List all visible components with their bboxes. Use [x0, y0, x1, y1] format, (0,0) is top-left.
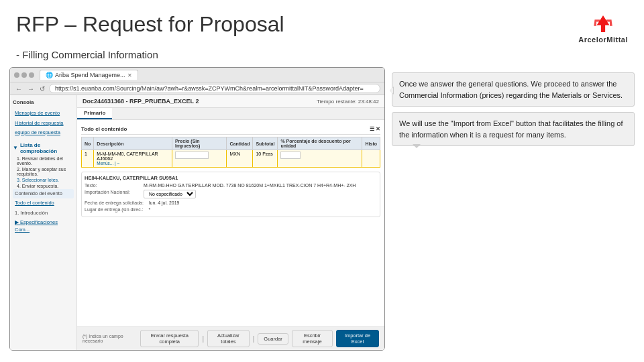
cell-price[interactable] — [172, 150, 227, 168]
app-sidebar: Consola Mensajes de evento Historial de … — [10, 95, 77, 350]
timestamp-value: 23:48:42 — [358, 99, 379, 105]
sidebar-all-content[interactable]: Todo el contenido — [13, 198, 74, 208]
table-section-header: Todo el contenido ☰ ✕ — [81, 124, 380, 135]
main-content: 🌐 Ariba Spend Manageme... ✕ ← → ↺ https:… — [0, 67, 644, 351]
sidebar-intro[interactable]: 1. Introducción — [13, 208, 74, 219]
section-title: Todo el contenido — [81, 126, 127, 132]
detail-item-name: HE84-KALEKU, CATERPILLAR SU95A1 — [85, 175, 377, 181]
specs-label: Especificaciones Com... — [15, 219, 58, 233]
checklist-item-2[interactable]: 2. Marcar y aceptar sus requisitos. — [13, 166, 74, 177]
delivery-place-row: Lugar de entrega (sin direc.: * — [85, 207, 377, 212]
panel-body: Todo el contenido ☰ ✕ No Descripción Pre… — [77, 120, 384, 326]
delivery-date-label: Fecha de entrega solicitada: — [85, 200, 144, 205]
forward-button[interactable]: → — [26, 85, 36, 93]
panel-footer: (*) Indica un campo necesario Enviar res… — [77, 326, 384, 350]
event-content-section: Contenido del evento Todo el contenido 1… — [13, 189, 74, 235]
col-hist: Histo — [362, 137, 380, 150]
arcelor-logo: ArcelorMittal — [578, 12, 628, 44]
dot2 — [21, 72, 27, 78]
tab-close-icon[interactable]: ✕ — [127, 72, 132, 78]
callout-2-text: We will use the "Import from Excel" butt… — [399, 119, 623, 139]
items-table: No Descripción Precio (Sin Impuestos) Ca… — [81, 137, 380, 168]
footer-buttons: Enviar respuesta completa | Actualizar t… — [140, 330, 379, 347]
panel-tabs: Primario — [77, 108, 384, 120]
cell-uom: MXN — [227, 150, 253, 168]
app-content: Consola Mensajes de evento Historial de … — [10, 95, 384, 350]
back-button[interactable]: ← — [14, 85, 23, 93]
text-value: M-RM-M0-HHO GA TERPILLAR MOD. 7738 NO 81… — [144, 183, 377, 188]
tab-label: Ariba Spend Manageme... — [55, 72, 125, 78]
import-row: Importación Nacional: No especificado — [85, 190, 377, 198]
col-desc: Descripción — [94, 137, 172, 150]
save-button[interactable]: Guardar — [258, 333, 288, 345]
section-icons: ☰ ✕ — [370, 126, 380, 132]
import-select[interactable]: No especificado — [144, 190, 196, 198]
panel-header: Doc244631368 - RFP_PRUEBA_EXCEL 2 Tiempo… — [77, 95, 384, 108]
col-qty: Cantidad — [227, 137, 253, 150]
sidebar-event-content[interactable]: Contenido del evento — [13, 189, 74, 199]
message-button[interactable]: Escribir mensaje — [292, 330, 333, 347]
cell-no: 1 — [82, 150, 94, 168]
tab-favicon: 🌐 — [46, 72, 53, 78]
browser-tab[interactable]: 🌐 Ariba Spend Manageme... ✕ — [40, 70, 138, 80]
col-price: Precio (Sin Impuestos) — [172, 137, 227, 150]
sidebar-history[interactable]: Historial de respuesta — [13, 119, 74, 129]
detail-text-row: Texto: M-RM-M0-HHO GA TERPILLAR MOD. 773… — [85, 183, 377, 188]
timestamp-label: Tiempo restante: — [317, 99, 357, 105]
timestamp: Tiempo restante: 23:48:42 — [317, 99, 379, 105]
browser-tabbar: 🌐 Ariba Spend Manageme... ✕ — [10, 68, 384, 82]
update-button[interactable]: Actualizar totales — [207, 330, 250, 347]
price-input[interactable] — [175, 152, 209, 159]
page-header: RFP – Request for Proposal ArcelorMittal — [0, 0, 644, 49]
console-label: Consola — [13, 99, 74, 105]
sidebar-team[interactable]: equipo de respuesta — [13, 128, 74, 138]
cell-qty: 10 Pzas — [253, 150, 278, 168]
checklist-label: Lista de comprobación — [20, 142, 74, 154]
sidebar-messages[interactable]: Mensajes de evento — [13, 109, 74, 119]
refresh-button[interactable]: ↺ — [38, 85, 46, 93]
checklist-item-3[interactable]: 3. Seleccionar lotes. — [13, 177, 74, 183]
callout-2: We will use the "Import from Excel" butt… — [392, 112, 635, 146]
delivery-date-row: Fecha de entrega solicitada: lun. 4 jul.… — [85, 200, 377, 205]
required-note: (*) Indica un campo necesario — [83, 334, 136, 343]
dot1 — [14, 72, 19, 78]
checklist-item-4[interactable]: 4. Enviar respuesta. — [13, 183, 74, 189]
col-uom: Subtotal — [253, 137, 278, 150]
cell-hist — [362, 150, 380, 168]
table-row-1: 1 M-M-MM-M0, CATERPILLAR AJ606# Menús...… — [82, 150, 380, 168]
callout-1: Once we answer the general questions. We… — [392, 72, 635, 107]
callouts: Once we answer the general questions. We… — [392, 67, 635, 351]
page-title: RFP – Request for Proposal — [16, 12, 284, 37]
event-section: Consola — [13, 99, 74, 105]
sidebar-specs[interactable]: ▶ Especificaciones Com... — [13, 218, 74, 235]
callout-1-text: Once we answer the general questions. We… — [399, 80, 623, 99]
arcelor-icon — [586, 12, 620, 36]
submit-button[interactable]: Enviar respuesta completa — [140, 330, 199, 347]
import-excel-button[interactable]: Importar de Excel — [336, 330, 379, 347]
cell-discount[interactable] — [278, 150, 362, 168]
tab-primario[interactable]: Primario — [77, 108, 112, 119]
cell-desc: M-M-MM-M0, CATERPILLAR AJ606# Menús... |… — [94, 150, 172, 168]
row1-menus[interactable]: Menús... | ~ — [97, 161, 119, 166]
checklist-item-1[interactable]: 1. Revisar detalles del evento. — [13, 156, 74, 166]
delivery-place-label: Lugar de entrega (sin direc.: — [85, 207, 144, 212]
browser-window: 🌐 Ariba Spend Manageme... ✕ ← → ↺ https:… — [9, 67, 385, 351]
divider1: | — [202, 335, 204, 343]
checklist-section: ▼ Lista de comprobación 1. Revisar detal… — [13, 142, 74, 189]
row1-desc: M-M-MM-M0, CATERPILLAR AJ606# — [97, 152, 158, 161]
main-panel: Doc244631368 - RFP_PRUEBA_EXCEL 2 Tiempo… — [77, 95, 384, 350]
delivery-date-value: lun. 4 jul. 2019 — [149, 200, 377, 205]
delivery-place-value: * — [149, 207, 377, 212]
import-label: Importación Nacional: — [85, 190, 138, 194]
dot3 — [29, 72, 34, 78]
url-bar[interactable]: https://s1.euanba.com/Sourcing/Main/aw?a… — [49, 84, 380, 93]
col-discount: % Porcentaje de descuento por unidad — [278, 137, 362, 150]
discount-input[interactable] — [280, 152, 301, 159]
divider2: | — [253, 335, 255, 343]
document-title: Doc244631368 - RFP_PRUEBA_EXCEL 2 — [83, 98, 199, 105]
text-label: Texto: — [85, 183, 138, 188]
messages-section: Mensajes de evento Historial de respuest… — [13, 109, 74, 138]
page-subtitle: - Filling Commercial Information — [0, 49, 644, 67]
expand-icon: ▶ — [15, 219, 19, 225]
detail-section: HE84-KALEKU, CATERPILLAR SU95A1 Texto: M… — [81, 172, 380, 217]
